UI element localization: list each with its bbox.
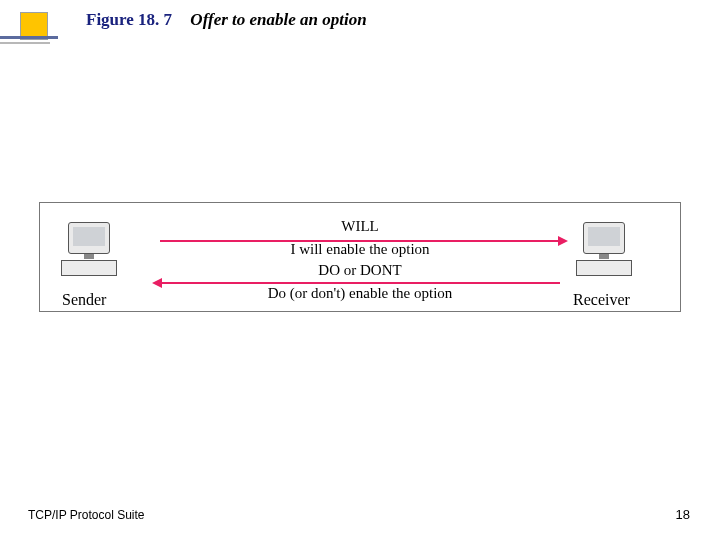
- footer-source: TCP/IP Protocol Suite: [28, 508, 145, 522]
- top-command-label: WILL: [160, 218, 560, 235]
- accent-line-icon: [0, 36, 58, 39]
- page-number: 18: [676, 507, 690, 522]
- figure-caption: Offer to enable an option: [190, 10, 366, 29]
- figure-number: Figure 18. 7: [86, 10, 172, 29]
- bottom-command-label: DO or DONT: [160, 262, 560, 279]
- sender-computer-icon: [55, 222, 123, 276]
- sender-label: Sender: [62, 291, 106, 309]
- arrow-left-icon: [160, 282, 560, 284]
- receiver-label: Receiver: [573, 291, 630, 309]
- slide: Figure 18. 7 Offer to enable an option S…: [0, 0, 720, 540]
- bottom-text-label: Do (or don't) enable the option: [160, 285, 560, 302]
- accent-line-shadow-icon: [0, 42, 50, 44]
- top-text-label: I will enable the option: [160, 241, 560, 258]
- receiver-computer-icon: [570, 222, 638, 276]
- slide-title: Figure 18. 7 Offer to enable an option: [86, 10, 367, 30]
